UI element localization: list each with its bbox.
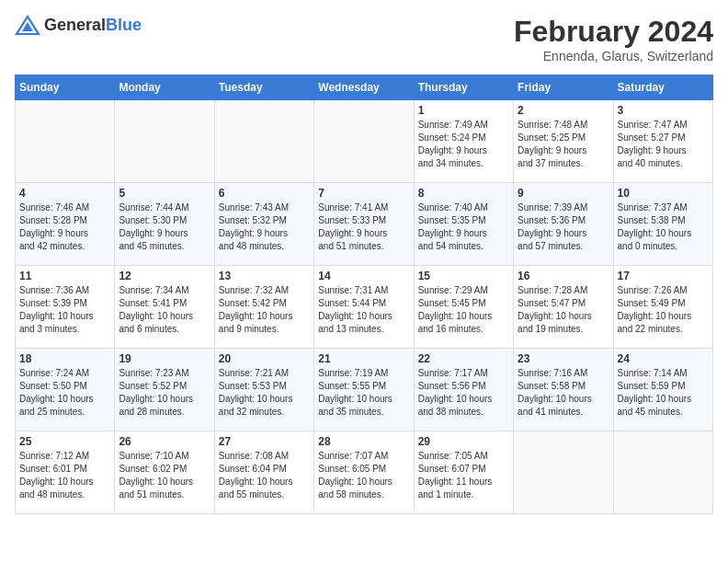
day-number: 26 <box>119 435 210 448</box>
calendar-week-0: 1Sunrise: 7:49 AM Sunset: 5:24 PM Daylig… <box>16 100 713 183</box>
day-info: Sunrise: 7:17 AM Sunset: 5:56 PM Dayligh… <box>418 367 509 419</box>
calendar-cell: 9Sunrise: 7:39 AM Sunset: 5:36 PM Daylig… <box>514 183 613 266</box>
day-info: Sunrise: 7:44 AM Sunset: 5:30 PM Dayligh… <box>119 201 210 253</box>
calendar-week-4: 25Sunrise: 7:12 AM Sunset: 6:01 PM Dayli… <box>16 431 713 514</box>
calendar-cell: 18Sunrise: 7:24 AM Sunset: 5:50 PM Dayli… <box>16 349 115 431</box>
day-info: Sunrise: 7:34 AM Sunset: 5:41 PM Dayligh… <box>119 284 210 336</box>
calendar-cell: 17Sunrise: 7:26 AM Sunset: 5:49 PM Dayli… <box>613 266 712 349</box>
calendar-cell: 5Sunrise: 7:44 AM Sunset: 5:30 PM Daylig… <box>115 183 214 266</box>
day-info: Sunrise: 7:05 AM Sunset: 6:07 PM Dayligh… <box>418 450 509 501</box>
day-number: 20 <box>219 352 310 365</box>
day-info: Sunrise: 7:46 AM Sunset: 5:28 PM Dayligh… <box>19 201 110 253</box>
calendar-cell: 24Sunrise: 7:14 AM Sunset: 5:59 PM Dayli… <box>613 349 712 431</box>
calendar-cell: 22Sunrise: 7:17 AM Sunset: 5:56 PM Dayli… <box>414 349 513 431</box>
day-number: 11 <box>19 270 110 282</box>
day-number: 5 <box>119 187 210 200</box>
day-number: 23 <box>518 352 609 365</box>
day-number: 4 <box>19 187 110 200</box>
calendar-cell: 14Sunrise: 7:31 AM Sunset: 5:44 PM Dayli… <box>314 266 414 349</box>
day-number: 16 <box>518 270 609 282</box>
calendar-week-3: 18Sunrise: 7:24 AM Sunset: 5:50 PM Dayli… <box>16 349 713 431</box>
weekday-header-saturday: Saturday <box>613 75 712 100</box>
main-title: February 2024 <box>514 15 713 49</box>
calendar-cell: 13Sunrise: 7:32 AM Sunset: 5:42 PM Dayli… <box>214 266 313 349</box>
calendar-cell: 27Sunrise: 7:08 AM Sunset: 6:04 PM Dayli… <box>214 431 313 514</box>
day-number: 3 <box>618 104 709 117</box>
weekday-header-monday: Monday <box>115 75 214 100</box>
calendar-cell: 29Sunrise: 7:05 AM Sunset: 6:07 PM Dayli… <box>414 431 513 514</box>
calendar-cell: 4Sunrise: 7:46 AM Sunset: 5:28 PM Daylig… <box>16 183 115 266</box>
day-info: Sunrise: 7:16 AM Sunset: 5:58 PM Dayligh… <box>518 367 609 419</box>
day-number: 28 <box>318 435 409 448</box>
day-info: Sunrise: 7:39 AM Sunset: 5:36 PM Dayligh… <box>518 201 609 253</box>
calendar-cell <box>214 100 313 183</box>
day-number: 29 <box>418 435 509 448</box>
calendar-cell: 3Sunrise: 7:47 AM Sunset: 5:27 PM Daylig… <box>613 100 712 183</box>
calendar-cell: 25Sunrise: 7:12 AM Sunset: 6:01 PM Dayli… <box>16 431 115 514</box>
day-number: 14 <box>318 270 409 282</box>
day-info: Sunrise: 7:40 AM Sunset: 5:35 PM Dayligh… <box>418 201 509 253</box>
logo: GeneralBlue <box>15 15 142 35</box>
day-number: 2 <box>518 104 609 117</box>
day-info: Sunrise: 7:28 AM Sunset: 5:47 PM Dayligh… <box>518 284 609 336</box>
day-info: Sunrise: 7:14 AM Sunset: 5:59 PM Dayligh… <box>618 367 709 419</box>
day-info: Sunrise: 7:37 AM Sunset: 5:38 PM Dayligh… <box>618 201 709 253</box>
calendar-cell: 7Sunrise: 7:41 AM Sunset: 5:33 PM Daylig… <box>314 183 414 266</box>
calendar-cell: 1Sunrise: 7:49 AM Sunset: 5:24 PM Daylig… <box>414 100 513 183</box>
calendar-week-2: 11Sunrise: 7:36 AM Sunset: 5:39 PM Dayli… <box>16 266 713 349</box>
calendar-cell: 26Sunrise: 7:10 AM Sunset: 6:02 PM Dayli… <box>115 431 214 514</box>
day-number: 6 <box>219 187 310 200</box>
calendar-cell <box>314 100 414 183</box>
day-info: Sunrise: 7:43 AM Sunset: 5:32 PM Dayligh… <box>219 201 310 253</box>
day-info: Sunrise: 7:21 AM Sunset: 5:53 PM Dayligh… <box>219 367 310 419</box>
header: GeneralBlue February 2024 Ennenda, Glaru… <box>15 15 713 63</box>
title-area: February 2024 Ennenda, Glarus, Switzerla… <box>514 15 713 63</box>
calendar-cell <box>514 431 613 514</box>
day-number: 13 <box>219 270 310 282</box>
day-number: 8 <box>418 187 509 200</box>
day-number: 17 <box>618 270 709 282</box>
day-info: Sunrise: 7:31 AM Sunset: 5:44 PM Dayligh… <box>318 284 409 336</box>
day-number: 24 <box>618 352 709 365</box>
day-info: Sunrise: 7:29 AM Sunset: 5:45 PM Dayligh… <box>418 284 509 336</box>
calendar-cell: 19Sunrise: 7:23 AM Sunset: 5:52 PM Dayli… <box>115 349 214 431</box>
calendar-cell: 2Sunrise: 7:48 AM Sunset: 5:25 PM Daylig… <box>514 100 613 183</box>
day-number: 15 <box>418 270 509 282</box>
day-number: 22 <box>418 352 509 365</box>
day-info: Sunrise: 7:12 AM Sunset: 6:01 PM Dayligh… <box>19 450 110 501</box>
day-number: 21 <box>318 352 409 365</box>
day-info: Sunrise: 7:47 AM Sunset: 5:27 PM Dayligh… <box>618 119 709 170</box>
calendar-cell: 11Sunrise: 7:36 AM Sunset: 5:39 PM Dayli… <box>16 266 115 349</box>
day-info: Sunrise: 7:36 AM Sunset: 5:39 PM Dayligh… <box>19 284 110 336</box>
day-info: Sunrise: 7:49 AM Sunset: 5:24 PM Dayligh… <box>418 119 509 170</box>
logo-blue: Blue <box>106 16 142 34</box>
day-info: Sunrise: 7:32 AM Sunset: 5:42 PM Dayligh… <box>219 284 310 336</box>
logo-general: General <box>44 16 106 34</box>
calendar-cell: 6Sunrise: 7:43 AM Sunset: 5:32 PM Daylig… <box>214 183 313 266</box>
day-info: Sunrise: 7:41 AM Sunset: 5:33 PM Dayligh… <box>318 201 409 253</box>
calendar-cell: 21Sunrise: 7:19 AM Sunset: 5:55 PM Dayli… <box>314 349 414 431</box>
day-info: Sunrise: 7:24 AM Sunset: 5:50 PM Dayligh… <box>19 367 110 419</box>
day-info: Sunrise: 7:19 AM Sunset: 5:55 PM Dayligh… <box>318 367 409 419</box>
calendar-cell: 12Sunrise: 7:34 AM Sunset: 5:41 PM Dayli… <box>115 266 214 349</box>
day-number: 1 <box>418 104 509 117</box>
day-number: 10 <box>618 187 709 200</box>
calendar-cell <box>16 100 115 183</box>
day-number: 25 <box>19 435 110 448</box>
day-number: 19 <box>119 352 210 365</box>
weekday-header-tuesday: Tuesday <box>214 75 313 100</box>
day-info: Sunrise: 7:48 AM Sunset: 5:25 PM Dayligh… <box>518 119 609 170</box>
day-info: Sunrise: 7:10 AM Sunset: 6:02 PM Dayligh… <box>119 450 210 501</box>
weekday-header-friday: Friday <box>514 75 613 100</box>
day-number: 27 <box>219 435 310 448</box>
weekday-header-sunday: Sunday <box>16 75 115 100</box>
sub-title: Ennenda, Glarus, Switzerland <box>514 49 713 63</box>
calendar-cell: 16Sunrise: 7:28 AM Sunset: 5:47 PM Dayli… <box>514 266 613 349</box>
logo-icon <box>15 15 40 35</box>
calendar-table: SundayMondayTuesdayWednesdayThursdayFrid… <box>15 75 713 514</box>
calendar-cell: 23Sunrise: 7:16 AM Sunset: 5:58 PM Dayli… <box>514 349 613 431</box>
calendar-cell: 15Sunrise: 7:29 AM Sunset: 5:45 PM Dayli… <box>414 266 513 349</box>
day-number: 12 <box>119 270 210 282</box>
day-info: Sunrise: 7:26 AM Sunset: 5:49 PM Dayligh… <box>618 284 709 336</box>
calendar-cell <box>613 431 712 514</box>
